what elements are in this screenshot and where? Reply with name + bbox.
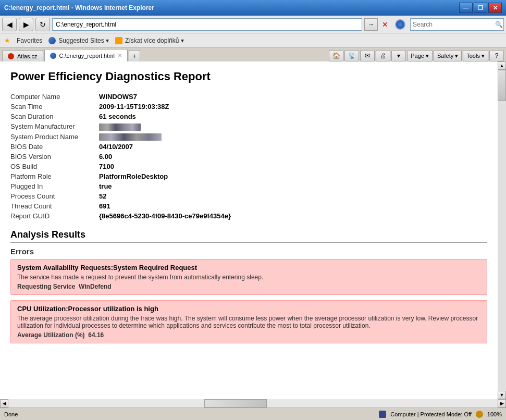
go-button[interactable]: → xyxy=(364,18,378,31)
suggested-sites-item[interactable]: Suggested Sites ▾ xyxy=(48,37,109,44)
table-row: Plugged In true xyxy=(10,181,487,191)
tab-atlas-label: Atlas.cz xyxy=(17,53,38,59)
h-scroll-thumb[interactable] xyxy=(204,399,267,407)
print-dropdown[interactable]: ▾ xyxy=(391,50,406,61)
address-bar: ◀ ▶ ↻ → ✕ 🔍 xyxy=(0,16,506,33)
field-label: Scan Duration xyxy=(10,112,99,121)
error-box-2: CPU Utilization:Processor utilization is… xyxy=(10,300,487,343)
field-label: OS Build xyxy=(10,162,99,171)
field-label: Process Count xyxy=(10,191,99,201)
tab-energy-report[interactable]: C:\energy_report.html ✕ xyxy=(44,49,128,61)
address-input[interactable] xyxy=(52,18,362,31)
field-value: 7100 xyxy=(99,162,487,171)
tab-atlas[interactable]: Atlas.cz xyxy=(2,50,43,61)
mail-button[interactable]: ✉ xyxy=(360,50,375,61)
content-area: Power Efficiency Diagnostics Report Comp… xyxy=(0,61,498,399)
star-icon: ★ xyxy=(4,36,10,44)
field-label: Plugged In xyxy=(10,181,99,191)
tab-close-button[interactable]: ✕ xyxy=(118,53,122,58)
scroll-down-button[interactable]: ▼ xyxy=(498,391,506,399)
scroll-track[interactable] xyxy=(498,70,506,391)
table-row: Process Count 52 xyxy=(10,191,487,201)
minimize-button[interactable]: — xyxy=(459,3,473,13)
field-value: 2009-11-15T19:03:38Z xyxy=(99,102,487,112)
field-value: WINDOWS7 xyxy=(99,92,487,102)
table-row: Computer Name WINDOWS7 xyxy=(10,92,487,102)
atlas-favicon xyxy=(8,53,14,59)
favorites-item[interactable]: Favorites xyxy=(17,37,42,44)
field-value: 6.00 xyxy=(99,152,487,162)
field-value xyxy=(99,132,487,142)
field-value: 61 seconds xyxy=(99,112,487,121)
page-menu[interactable]: Page ▾ xyxy=(407,50,433,61)
title-bar-text: C:\energy_report.html - Windows Internet… xyxy=(4,4,459,11)
safety-menu[interactable]: Safety ▾ xyxy=(434,50,462,61)
scroll-right-button[interactable]: ▶ xyxy=(498,399,506,407)
status-right: Computer | Protected Mode: Off 100% xyxy=(379,411,502,418)
restore-button[interactable]: ❐ xyxy=(474,3,487,13)
toolbar-right: 🏠 📡 ✉ 🖨 ▾ Page ▾ Safety ▾ Tools ▾ ? xyxy=(329,50,504,61)
refresh-button[interactable]: ↻ xyxy=(35,18,50,31)
blurred-product xyxy=(99,133,162,141)
field-label: Platform Role xyxy=(10,171,99,181)
search-input[interactable] xyxy=(411,21,493,28)
addon-item[interactable]: Získat více doplňků ▾ xyxy=(115,37,184,44)
error-2-desc: The average processor utilization during… xyxy=(17,315,480,329)
horizontal-scrollbar[interactable]: ◀ ▶ xyxy=(0,399,506,407)
scroll-thumb[interactable] xyxy=(498,70,506,101)
favorites-bar: ★ Favorites Suggested Sites ▾ Získat víc… xyxy=(0,33,506,48)
search-box: 🔍 xyxy=(410,18,504,31)
tab-energy-label: C:\energy_report.html xyxy=(59,53,115,59)
field-label: System Product Name xyxy=(10,132,99,142)
table-row: Report GUID {8e5696c4-5230-4f09-8430-ce7… xyxy=(10,211,487,221)
table-row: System Product Name xyxy=(10,132,487,142)
table-row: Scan Duration 61 seconds xyxy=(10,112,487,121)
field-label: BIOS Date xyxy=(10,142,99,152)
analysis-title: Analysis Results xyxy=(10,229,487,243)
table-row: Thread Count 691 xyxy=(10,201,487,211)
zoom-text: 100% xyxy=(487,411,502,417)
search-icon: 🔍 xyxy=(493,21,505,28)
tab-bar: Atlas.cz C:\energy_report.html ✕ + 🏠 📡 ✉… xyxy=(0,48,506,61)
new-tab-button[interactable]: + xyxy=(129,50,140,61)
back-button[interactable]: ◀ xyxy=(2,18,17,31)
report-title: Power Efficiency Diagnostics Report xyxy=(10,70,487,83)
field-label: Report GUID xyxy=(10,211,99,221)
field-label: BIOS Version xyxy=(10,152,99,162)
feeds-button[interactable]: 📡 xyxy=(344,50,359,61)
print-button[interactable]: 🖨 xyxy=(376,50,390,61)
field-value: 52 xyxy=(99,191,487,201)
table-row: OS Build 7100 xyxy=(10,162,487,171)
forward-button[interactable]: ▶ xyxy=(19,18,33,31)
stop-button[interactable]: ✕ xyxy=(380,18,390,31)
error-1-title: System Availability Requests:System Requ… xyxy=(17,264,480,271)
field-label: Thread Count xyxy=(10,201,99,211)
field-label: Computer Name xyxy=(10,92,99,102)
error-2-title: CPU Utilization:Processor utilization is… xyxy=(17,305,480,313)
field-value: 691 xyxy=(99,201,487,211)
status-text: Done xyxy=(4,411,375,417)
h-scroll-track[interactable] xyxy=(8,399,498,407)
tools-menu[interactable]: Tools ▾ xyxy=(463,50,488,61)
field-value: {8e5696c4-5230-4f09-8430-ce79e9f4354e} xyxy=(99,211,487,221)
ie-logo xyxy=(392,18,408,31)
status-bar: Done Computer | Protected Mode: Off 100% xyxy=(0,407,506,420)
addon-icon xyxy=(115,37,122,44)
close-button[interactable]: ✕ xyxy=(488,3,502,13)
zone-text: Computer | Protected Mode: Off xyxy=(390,411,472,417)
field-value: PlatformRoleDesktop xyxy=(99,171,487,181)
title-controls: — ❐ ✕ xyxy=(459,3,502,13)
scroll-left-button[interactable]: ◀ xyxy=(0,399,8,407)
error-box-1: System Availability Requests:System Requ… xyxy=(10,259,487,295)
field-value: 04/10/2007 xyxy=(99,142,487,152)
error-1-detail: Requesting Service WinDefend xyxy=(17,283,480,290)
energy-favicon xyxy=(50,53,56,59)
title-bar: C:\energy_report.html - Windows Internet… xyxy=(0,0,506,16)
help-button[interactable]: ? xyxy=(489,50,504,61)
error-1-desc: The service has made a request to preven… xyxy=(17,274,480,281)
zoom-icon xyxy=(476,411,483,418)
home-button[interactable]: 🏠 xyxy=(329,50,343,61)
vertical-scrollbar[interactable]: ▲ ▼ xyxy=(498,61,506,399)
field-label: Scan Time xyxy=(10,102,99,112)
scroll-up-button[interactable]: ▲ xyxy=(498,61,506,70)
